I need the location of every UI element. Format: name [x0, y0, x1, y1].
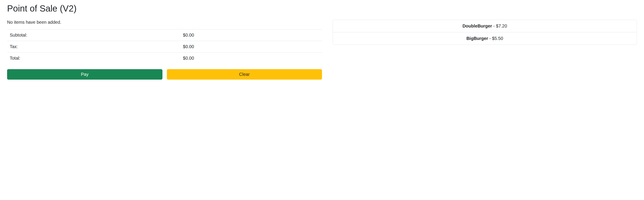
- button-row: Pay Clear: [7, 69, 322, 80]
- empty-cart-message: No items have been added.: [7, 20, 322, 25]
- subtotal-value: $0.00: [180, 30, 322, 41]
- pay-button[interactable]: Pay: [7, 69, 162, 80]
- product-price: $7.20: [496, 24, 507, 28]
- product-name: DoubleBurger: [462, 24, 492, 28]
- totals-table: Subtotal: $0.00 Tax: $0.00 Total: $0.00: [7, 29, 322, 64]
- total-value: $0.00: [180, 52, 322, 64]
- subtotal-row: Subtotal: $0.00: [7, 30, 322, 41]
- clear-button[interactable]: Clear: [167, 69, 322, 80]
- tax-row: Tax: $0.00: [7, 41, 322, 52]
- product-name: BigBurger: [466, 36, 488, 41]
- product-item-doubleburger[interactable]: DoubleBurger - $7.20: [333, 20, 637, 32]
- product-price: $5.50: [492, 36, 503, 41]
- product-separator: -: [492, 24, 496, 28]
- total-label: Total:: [7, 52, 180, 64]
- tax-value: $0.00: [180, 41, 322, 52]
- main-container: No items have been added. Subtotal: $0.0…: [7, 20, 637, 80]
- product-separator: -: [488, 36, 492, 41]
- subtotal-label: Subtotal:: [7, 30, 180, 41]
- products-column: DoubleBurger - $7.20 BigBurger - $5.50: [333, 20, 637, 80]
- product-item-bigburger[interactable]: BigBurger - $5.50: [333, 32, 637, 44]
- tax-label: Tax:: [7, 41, 180, 52]
- product-list: DoubleBurger - $7.20 BigBurger - $5.50: [333, 20, 637, 45]
- page-title: Point of Sale (V2): [7, 4, 637, 14]
- cart-column: No items have been added. Subtotal: $0.0…: [7, 20, 322, 80]
- total-row: Total: $0.00: [7, 52, 322, 64]
